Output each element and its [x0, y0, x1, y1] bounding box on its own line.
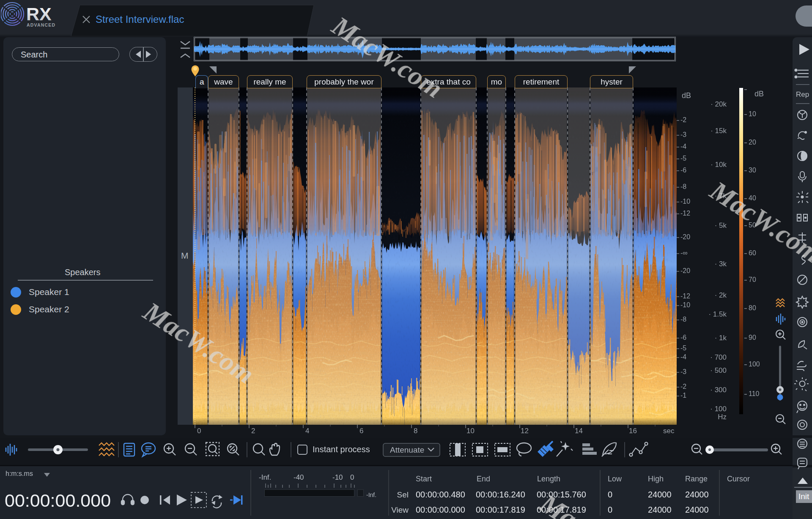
svg-text:Rep: Rep [796, 90, 809, 98]
